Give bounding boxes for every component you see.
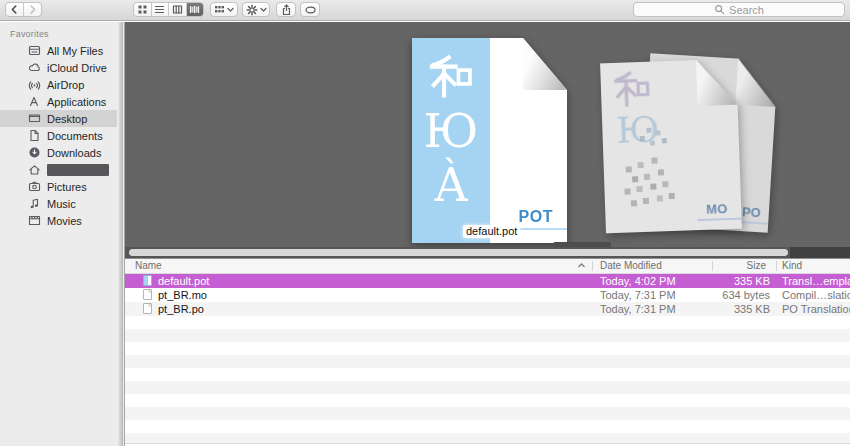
- desktop-icon: [27, 112, 41, 125]
- back-button[interactable]: [6, 3, 24, 16]
- arrange-button[interactable]: [210, 2, 238, 17]
- sidebar-item-home[interactable]: [0, 161, 117, 178]
- file-kind: PO Translation: [782, 302, 850, 316]
- coverflow-item-default-pot[interactable]: Ю À POT: [412, 38, 567, 243]
- file-name: pt_BR.mo: [158, 288, 207, 302]
- pot-file-mini-icon: [143, 275, 152, 286]
- empty-list-stripes: [125, 316, 850, 444]
- column-divider[interactable]: [592, 261, 593, 271]
- sidebar-item-downloads[interactable]: Downloads: [0, 144, 117, 161]
- dissolve-pixels: [626, 166, 632, 172]
- chevron-left-icon: [9, 4, 20, 15]
- nav-buttons: [5, 2, 42, 17]
- icon-view-icon: [137, 4, 148, 15]
- downloads-icon: [27, 146, 41, 159]
- file-row-pt-br-po[interactable]: pt_BR.po Today, 7:31 PM 335 KB PO Transl…: [125, 302, 850, 316]
- view-list-button[interactable]: [152, 3, 170, 16]
- sidebar-item-airdrop[interactable]: AirDrop: [0, 76, 117, 93]
- airdrop-icon: [27, 78, 41, 91]
- view-icons-button[interactable]: [134, 3, 152, 16]
- file-date-modified: Today, 7:31 PM: [600, 302, 676, 316]
- cyrillic-yu-glyph-faded: Ю: [616, 111, 660, 148]
- page-curl-icon: [696, 59, 738, 106]
- action-button[interactable]: [242, 2, 270, 17]
- sidebar-item-icloud-drive[interactable]: iCloud Drive: [0, 59, 117, 76]
- column-divider[interactable]: [776, 261, 777, 271]
- mo-underline: [698, 218, 742, 222]
- pot-type-label: POT: [519, 208, 553, 226]
- search-icon: [714, 4, 725, 15]
- file-date-modified: Today, 4:02 PM: [600, 274, 676, 288]
- pot-icon-blue-stripe: Ю À: [412, 38, 490, 243]
- sidebar-item-label: Downloads: [47, 147, 101, 159]
- favorites-section-label: Favorites: [10, 29, 49, 39]
- gear-icon: [246, 4, 258, 16]
- sidebar-scrollbar[interactable]: [117, 22, 123, 446]
- main-pane: Ю À POT default.pot PO: [125, 22, 850, 446]
- view-coverflow-button[interactable]: [187, 3, 204, 16]
- column-divider[interactable]: [712, 261, 713, 271]
- all-my-files-icon: [27, 44, 41, 57]
- file-row-default-pot[interactable]: default.pot Today, 4:02 PM 335 KB Transl…: [125, 274, 850, 288]
- search-placeholder: Search: [729, 4, 764, 16]
- file-name: default.pot: [158, 274, 209, 288]
- view-switcher: [133, 2, 204, 17]
- column-header-size[interactable]: Size: [747, 259, 766, 273]
- tags-button[interactable]: [300, 2, 320, 17]
- file-mini-icon: [143, 289, 152, 300]
- file-kind: Compil…slation: [782, 288, 850, 302]
- sidebar: Favorites All My Files iCloud Drive AirD…: [0, 22, 125, 446]
- mo-type-label: MO: [706, 201, 727, 217]
- movies-icon: [27, 214, 41, 227]
- sidebar-item-label: Desktop: [47, 113, 87, 125]
- share-button[interactable]: [276, 2, 296, 17]
- column-header-date-modified[interactable]: Date Modified: [600, 259, 662, 273]
- share-icon: [281, 4, 292, 16]
- file-size: 634 bytes: [722, 288, 770, 302]
- chevron-down-icon: [227, 6, 234, 13]
- scrollbar-thumb[interactable]: [129, 249, 788, 256]
- column-header-kind[interactable]: Kind: [782, 259, 802, 273]
- list-header: Name Date Modified Size Kind: [125, 258, 850, 274]
- documents-icon: [27, 129, 41, 142]
- horizontal-scrollbar: [125, 247, 850, 258]
- mo-document-icon: Ю MO: [600, 59, 742, 234]
- applications-icon: [27, 95, 41, 108]
- coverflow-area: Ю À POT default.pot PO: [125, 22, 850, 247]
- sidebar-item-applications[interactable]: Applications: [0, 93, 117, 110]
- redacted-username: [47, 164, 109, 176]
- forward-button[interactable]: [24, 3, 41, 16]
- latin-a-grave-glyph: À: [434, 164, 467, 208]
- sidebar-item-music[interactable]: Music: [0, 195, 117, 212]
- home-icon: [27, 163, 41, 176]
- file-date-modified: Today, 7:31 PM: [600, 288, 676, 302]
- page-curl-icon: [523, 38, 567, 90]
- column-view-icon: [172, 4, 183, 15]
- list-view-icon: [154, 4, 165, 15]
- sidebar-item-all-my-files[interactable]: All My Files: [0, 42, 117, 59]
- sidebar-item-movies[interactable]: Movies: [0, 212, 117, 229]
- chevron-right-icon: [27, 4, 38, 15]
- sidebar-item-label: Pictures: [47, 181, 87, 193]
- po-type-label: PO: [742, 204, 762, 220]
- sidebar-item-label: Documents: [47, 130, 103, 142]
- music-icon: [27, 197, 41, 210]
- view-columns-button[interactable]: [169, 3, 187, 16]
- sidebar-item-desktop[interactable]: Desktop: [0, 110, 117, 127]
- cyrillic-yu-glyph: Ю: [424, 110, 479, 154]
- tag-icon: [304, 5, 317, 15]
- coverflow-item-pt-br-mo[interactable]: Ю MO: [600, 59, 742, 234]
- file-name: pt_BR.po: [158, 302, 204, 316]
- file-size: 335 KB: [734, 274, 770, 288]
- cjk-he-glyph-faded-icon: [612, 70, 651, 109]
- file-size: 335 KB: [734, 302, 770, 316]
- file-row-pt-br-mo[interactable]: pt_BR.mo Today, 7:31 PM 634 bytes Compil…: [125, 288, 850, 302]
- arrange-icon: [214, 4, 225, 15]
- scrollbar-track: [790, 247, 850, 258]
- column-header-name[interactable]: Name: [135, 259, 162, 273]
- coverflow-filename-label: default.pot: [463, 225, 520, 238]
- sidebar-item-documents[interactable]: Documents: [0, 127, 117, 144]
- sidebar-item-pictures[interactable]: Pictures: [0, 178, 117, 195]
- search-input[interactable]: Search: [633, 2, 845, 17]
- dissolve-pixels: [646, 128, 651, 133]
